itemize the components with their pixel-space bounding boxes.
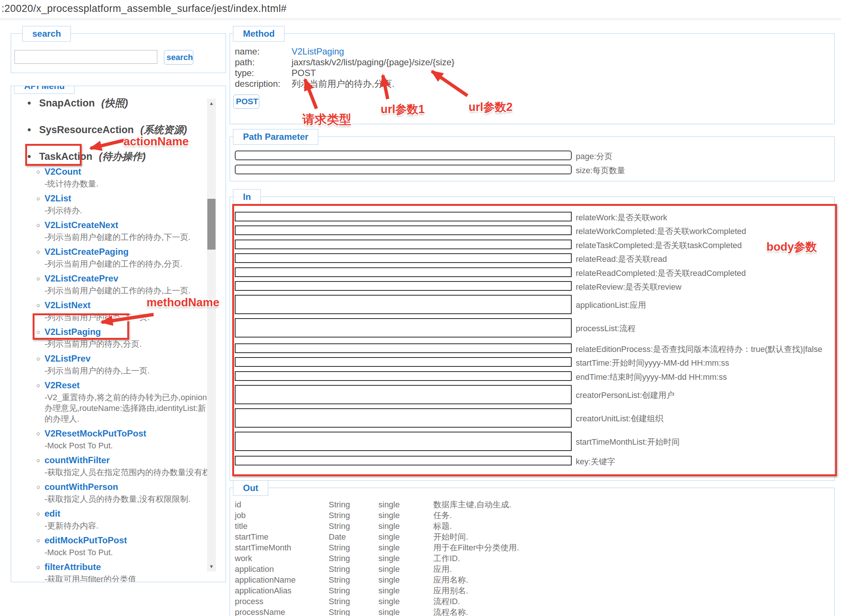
method-desc: -Mock Post To Put. bbox=[44, 440, 212, 451]
in-panel: In relateWork:是否关联work relateWorkComplet… bbox=[230, 197, 835, 481]
method-link[interactable]: V2ListPrev bbox=[44, 353, 91, 364]
method-link[interactable]: filterAttribute bbox=[44, 562, 101, 572]
endtime-input[interactable] bbox=[235, 371, 572, 381]
out-row-starttime: startTimeDatesingle开始时间. bbox=[235, 531, 831, 542]
out-type: String bbox=[329, 585, 379, 596]
processlist-textarea[interactable] bbox=[235, 318, 572, 337]
circle-bullet-icon: ○ bbox=[36, 508, 44, 519]
creatorunitlist-textarea[interactable] bbox=[235, 408, 572, 428]
method-link[interactable]: countWithPerson bbox=[44, 482, 118, 492]
out-cardinality: single bbox=[379, 564, 433, 575]
method-desc: -列示当前用户创建的工作的待办,上一页. bbox=[44, 285, 212, 296]
field-label: relateEditionProcess:是否查找同版本流程待办：true(默认… bbox=[576, 344, 822, 355]
relatereadcompleted-input[interactable] bbox=[235, 267, 572, 277]
method-item-v2resetmockputtopost: ○V2ResetMockPutToPost -Mock Post To Put. bbox=[36, 428, 212, 451]
out-type: String bbox=[329, 510, 379, 521]
type-value: POST bbox=[292, 68, 316, 78]
scrollbar-thumb[interactable] bbox=[207, 199, 216, 249]
api-menu-panel: API Menu • SnapAction (快照) • SysResource… bbox=[11, 86, 226, 582]
circle-bullet-icon: ○ bbox=[36, 246, 44, 258]
method-item-v2list: ○V2List -列示待办. bbox=[36, 192, 212, 216]
circle-bullet-icon: ○ bbox=[36, 455, 44, 466]
method-item-countwithfilter: ○countWithFilter -获取指定人员在指定范围内的待办数量没有权限限… bbox=[36, 454, 212, 478]
relatetaskcompleted-input[interactable] bbox=[235, 239, 572, 249]
circle-bullet-icon: ○ bbox=[36, 166, 44, 177]
out-desc: 工作ID. bbox=[433, 553, 831, 564]
method-desc: -V2_重置待办,将之前的待办转为已办,opinion:办理意见,routeNa… bbox=[44, 392, 212, 424]
relatework-input[interactable] bbox=[235, 212, 572, 221]
bullet-icon: • bbox=[28, 123, 36, 136]
method-link[interactable]: V2Count bbox=[44, 167, 81, 176]
search-button[interactable]: search bbox=[164, 50, 193, 65]
page-param-label: page:分页 bbox=[576, 151, 612, 162]
annotation-url-param2: url参数2 bbox=[468, 100, 513, 115]
method-name-link[interactable]: V2ListPaging bbox=[292, 46, 344, 56]
out-type: String bbox=[329, 553, 379, 564]
relateeditionprocess-input[interactable] bbox=[235, 343, 572, 353]
out-desc: 流程ID. bbox=[433, 596, 831, 607]
relateworkcompleted-input[interactable] bbox=[235, 226, 572, 235]
circle-bullet-icon: ○ bbox=[36, 193, 44, 204]
out-row-id: idStringsingle数据库主键,自动生成. bbox=[235, 499, 831, 510]
page-input[interactable] bbox=[235, 151, 572, 160]
key-input[interactable] bbox=[235, 456, 572, 465]
out-desc: 应用别名. bbox=[433, 585, 831, 596]
method-desc: -更新待办内容. bbox=[44, 520, 212, 531]
field-label: applicationList:应用 bbox=[576, 300, 646, 311]
circle-bullet-icon: ○ bbox=[36, 380, 44, 391]
method-link[interactable]: V2ListCreatePaging bbox=[44, 246, 129, 257]
action-name: SysResourceAction bbox=[39, 124, 134, 135]
creatorpersonlist-textarea[interactable] bbox=[235, 385, 572, 404]
method-row-description: description:列示当前用户的待办,分页. bbox=[235, 78, 394, 89]
starttime-input[interactable] bbox=[235, 357, 572, 367]
browser-address-bar: :20020/x_processplatform_assemble_surfac… bbox=[0, 0, 841, 19]
out-row-applicationname: applicationNameStringsingle应用名称. bbox=[235, 575, 831, 585]
method-desc: -列示待办. bbox=[44, 205, 212, 216]
post-button[interactable]: POST bbox=[233, 95, 259, 109]
method-link[interactable]: editMockPutToPost bbox=[44, 535, 127, 545]
size-input[interactable] bbox=[235, 165, 572, 174]
method-link[interactable]: V2List bbox=[44, 193, 71, 203]
api-menu-list: • SnapAction (快照) • SysResourceAction (系… bbox=[11, 86, 212, 582]
out-desc: 应用. bbox=[433, 564, 831, 575]
method-item-v2reset: ○V2Reset -V2_重置待办,将之前的待办转为已办,opinion:办理意… bbox=[36, 379, 212, 424]
bullet-icon: • bbox=[28, 150, 36, 163]
out-type: String bbox=[329, 542, 379, 553]
method-link[interactable]: V2ListCreateNext bbox=[44, 220, 118, 230]
relateread-input[interactable] bbox=[235, 253, 572, 263]
method-link[interactable]: countWithFilter bbox=[44, 455, 110, 465]
annotation-url-param1: url参数1 bbox=[381, 102, 425, 117]
out-desc: 流程名称. bbox=[433, 607, 831, 616]
scroll-down-icon[interactable]: ▼ bbox=[207, 562, 216, 572]
out-row-job: jobStringsingle任务. bbox=[235, 510, 831, 521]
annotation-actionname: actionName bbox=[123, 135, 189, 148]
method-link[interactable]: edit bbox=[44, 509, 60, 518]
out-cardinality: single bbox=[379, 607, 433, 616]
out-cardinality: single bbox=[379, 542, 433, 553]
method-link[interactable]: V2ResetMockPutToPost bbox=[44, 428, 146, 439]
search-panel-legend: search bbox=[22, 26, 71, 41]
method-link[interactable]: V2ListNext bbox=[44, 300, 91, 310]
field-label: startTimeMonthList:开始时间 bbox=[576, 437, 680, 447]
search-input[interactable] bbox=[15, 50, 157, 64]
starttimemonthlist-textarea[interactable] bbox=[235, 432, 572, 451]
relatereview-input[interactable] bbox=[235, 281, 572, 291]
out-name: applicationName bbox=[235, 575, 329, 585]
field-label: relateReadCompleted:是否关联readCompleted bbox=[576, 268, 746, 279]
circle-bullet-icon: ○ bbox=[36, 273, 44, 285]
circle-bullet-icon: ○ bbox=[36, 326, 44, 338]
out-name: id bbox=[235, 499, 329, 510]
method-link[interactable]: V2ListCreatePrev bbox=[44, 273, 118, 283]
applicationlist-textarea[interactable] bbox=[235, 295, 572, 314]
method-link[interactable]: V2Reset bbox=[44, 380, 80, 390]
out-desc: 任务. bbox=[433, 510, 831, 521]
action-note: (系统资源) bbox=[140, 124, 187, 135]
method-link-selected[interactable]: V2ListPaging bbox=[44, 327, 101, 337]
page-url[interactable]: :20020/x_processplatform_assemble_surfac… bbox=[1, 3, 287, 15]
method-desc: -列示当前用户的待办,分页. bbox=[44, 339, 212, 349]
out-desc: 用于在Filter中分类使用. bbox=[433, 542, 831, 553]
scroll-up-icon[interactable]: ▲ bbox=[207, 99, 216, 108]
out-name: process bbox=[235, 596, 329, 607]
method-item-v2listprev: ○V2ListPrev -列示当前用户的待办,上一页. bbox=[36, 353, 212, 376]
menu-scrollbar[interactable]: ▲ ▼ bbox=[207, 99, 216, 572]
